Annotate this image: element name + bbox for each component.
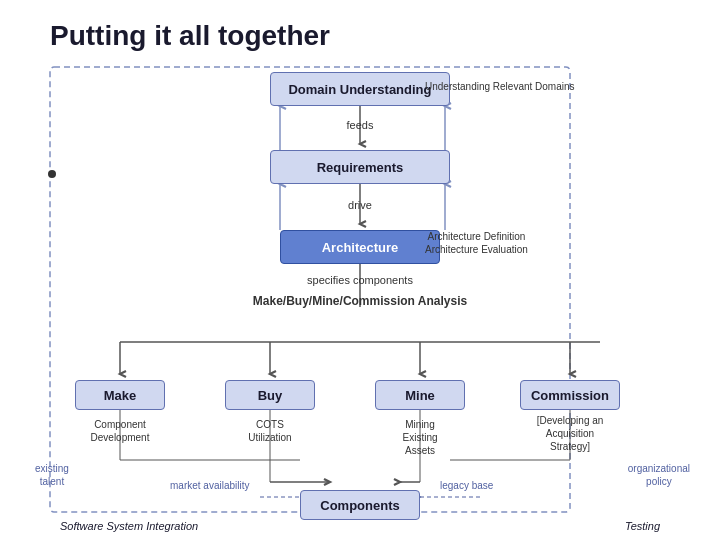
feeds-label: feeds — [347, 119, 374, 131]
domain-box: Domain Understanding — [270, 72, 450, 106]
commission-box: Commission — [520, 380, 620, 410]
understand-label: Understanding Relevant Domains — [425, 80, 575, 93]
mine-box: Mine — [375, 380, 465, 410]
existing-label: existingtalent — [35, 462, 69, 488]
drive-label: drive — [348, 199, 372, 211]
makebuy-label: Make/Buy/Mine/Commission Analysis — [253, 294, 467, 308]
org-policy-label: organizationalpolicy — [628, 462, 690, 488]
archdef-label: Architecture DefinitionArchitecture Eval… — [425, 230, 528, 256]
bullet-point — [48, 170, 56, 178]
components-box: Components — [300, 490, 420, 520]
mining-label: MiningExistingAssets — [375, 418, 465, 457]
architecture-box: Architecture — [280, 230, 440, 264]
svg-rect-0 — [50, 67, 570, 512]
testing-label: Testing — [625, 520, 660, 532]
diagram-container: Domain Understanding Requirements Archit… — [30, 62, 690, 522]
requirements-box: Requirements — [270, 150, 450, 184]
page-title: Putting it all together — [30, 20, 690, 52]
comp-dev-label: ComponentDevelopment — [75, 418, 165, 444]
make-box: Make — [75, 380, 165, 410]
cots-label: COTSUtilization — [225, 418, 315, 444]
slide: Putting it all together — [0, 0, 720, 540]
developing-label: [Developing anAcquisitionStrategy] — [520, 414, 620, 453]
diagram-svg — [30, 62, 690, 522]
ssi-label: Software System Integration — [60, 520, 198, 532]
specifies-label: specifies components — [307, 274, 413, 286]
buy-box: Buy — [225, 380, 315, 410]
market-label: market availability — [170, 480, 249, 491]
legacy-label: legacy base — [440, 480, 493, 491]
